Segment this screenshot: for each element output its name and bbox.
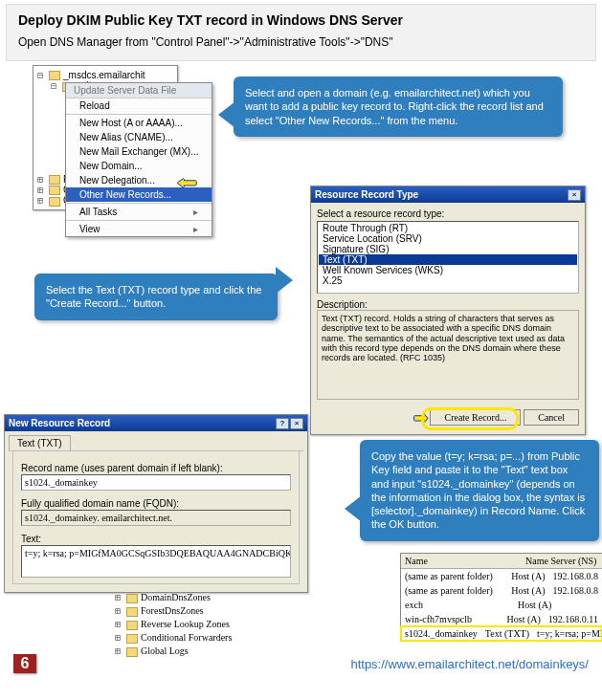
page-title: Deploy DKIM Public Key TXT record in Win… bbox=[18, 12, 584, 28]
field-label: Fully qualified domain name (FQDN): bbox=[21, 498, 291, 509]
record-row[interactable]: exchHost (A) bbox=[401, 598, 602, 612]
arrow-icon: ➡ bbox=[413, 408, 428, 427]
arrow-icon: ⬅ bbox=[177, 172, 197, 193]
record-row[interactable]: (same as parent folder)Host (A)192.168.0… bbox=[401, 569, 602, 583]
list-item[interactable]: Signature (SIG) bbox=[319, 244, 577, 254]
context-menu-item[interactable]: New Domain... bbox=[66, 159, 212, 173]
context-menu-item[interactable]: View▸ bbox=[66, 222, 212, 236]
callout-step3: Copy the value (t=y; k=rsa; p=...) from … bbox=[360, 440, 599, 541]
field-label: Text: bbox=[21, 534, 291, 544]
tab-text-txt[interactable]: Text (TXT) bbox=[9, 435, 71, 450]
context-menu-title: Update Server Data File bbox=[66, 83, 212, 98]
page-footer: 6 https://www.emailarchitect.net/domaink… bbox=[4, 654, 598, 673]
dns-tree-2: ⊞ DomainDnsZones ⊞ ForestDnsZones ⊞ Reve… bbox=[115, 591, 232, 658]
close-icon[interactable]: × bbox=[568, 189, 581, 201]
context-menu-item[interactable]: New Alias (CNAME)... bbox=[66, 130, 212, 144]
record-row[interactable]: (same as parent folder)Host (A)192.168.0… bbox=[401, 583, 602, 598]
close-icon[interactable]: × bbox=[290, 418, 303, 429]
records-list: Name Name Server (NS) (same as parent fo… bbox=[400, 553, 602, 642]
dialog-title: New Resource Record bbox=[9, 418, 110, 428]
record-row-s1024[interactable]: s1024._domainkeyText (TXT)t=y; k=rsa; p=… bbox=[401, 626, 602, 641]
tree-item[interactable]: ⊞ ForestDnsZones bbox=[115, 604, 232, 618]
context-menu: Update Server Data File Reload New Host … bbox=[65, 82, 212, 237]
titlebar: Resource Record Type × bbox=[311, 186, 585, 203]
list-item[interactable]: Well Known Services (WKS) bbox=[319, 265, 577, 275]
record-type-list[interactable]: Route Through (RT) Service Location (SRV… bbox=[317, 221, 579, 294]
page-subtitle: Open DNS Manager from "Control Panel"->"… bbox=[18, 35, 584, 49]
tree-item[interactable]: ⊞ Reverse Lookup Zones bbox=[115, 618, 232, 631]
cancel-button[interactable]: Cancel bbox=[524, 409, 579, 426]
create-record-button[interactable]: Create Record... bbox=[430, 409, 521, 426]
callout-step2: Select the Text (TXT) record type and cl… bbox=[34, 273, 278, 320]
callout-step1: Select and open a domain (e.g. emailarch… bbox=[234, 77, 563, 137]
list-item-text-txt[interactable]: Text (TXT) bbox=[319, 254, 577, 265]
record-name-input[interactable]: s1024._domainkey bbox=[21, 474, 291, 491]
help-icon[interactable]: ? bbox=[276, 418, 289, 429]
context-menu-item[interactable]: New Host (A or AAAA)... bbox=[66, 116, 212, 130]
page-header: Deploy DKIM Public Key TXT record in Win… bbox=[6, 4, 596, 61]
field-label: Select a resource record type: bbox=[317, 208, 579, 219]
dialog-title: Resource Record Type bbox=[315, 189, 418, 200]
context-menu-item[interactable]: Reload bbox=[66, 98, 212, 113]
list-item[interactable]: X.25 bbox=[319, 275, 577, 286]
tree-item[interactable]: ⊞ Conditional Forwarders bbox=[115, 631, 232, 645]
resource-record-type-dialog: Resource Record Type × Select a resource… bbox=[310, 186, 586, 435]
new-resource-record-dialog: New Resource Record ?× Text (TXT) Record… bbox=[4, 414, 308, 593]
footer-link[interactable]: https://www.emailarchitect.net/domainkey… bbox=[350, 657, 589, 671]
records-header: Name Name Server (NS) bbox=[401, 554, 602, 569]
text-input[interactable]: t=y; k=rsa; p=MIGfMA0GCSqGSIb3DQEBAQUAA4… bbox=[21, 545, 291, 578]
content-stage: ⊟ _msdcs.emailarchit ⊟ _sites ⊞ Reve ⊞ C… bbox=[4, 65, 598, 677]
description-box: Text (TXT) record. Holds a string of cha… bbox=[317, 310, 579, 400]
context-menu-item[interactable]: All Tasks▸ bbox=[66, 205, 212, 219]
list-item[interactable]: Service Location (SRV) bbox=[319, 233, 577, 244]
titlebar: New Resource Record ?× bbox=[5, 415, 307, 431]
field-label: Record name (uses parent domain if left … bbox=[21, 463, 291, 473]
context-menu-item[interactable]: New Mail Exchanger (MX)... bbox=[66, 144, 212, 159]
record-row[interactable]: win-cfh7mvspclbHost (A)192.168.0.11 bbox=[401, 612, 602, 626]
tree-item[interactable]: ⊞ DomainDnsZones bbox=[115, 591, 232, 604]
list-item[interactable]: Route Through (RT) bbox=[319, 223, 577, 233]
fqdn-display: s1024._domainkey. emailarchitect.net. bbox=[21, 510, 291, 526]
field-label: Description: bbox=[317, 299, 579, 310]
tree-item[interactable]: ⊟ _msdcs.emailarchit bbox=[37, 70, 173, 80]
page-number-badge: 6 bbox=[13, 654, 36, 673]
